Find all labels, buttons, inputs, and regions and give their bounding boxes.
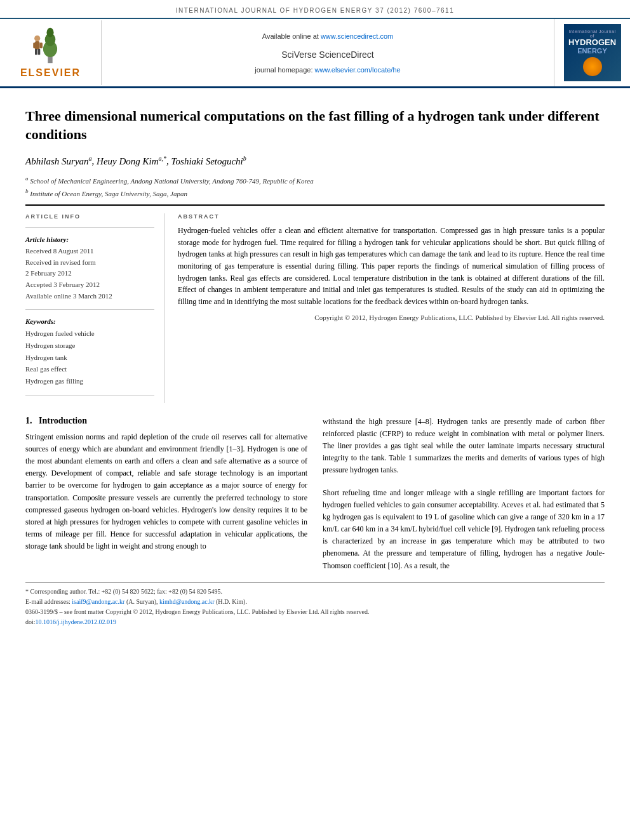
journal-header: INTERNATIONAL JOURNAL OF HYDROGEN ENERGY…	[0, 0, 630, 88]
available-online: Available online 3 March 2012	[25, 291, 154, 302]
title-divider	[25, 204, 605, 206]
accepted: Accepted 3 February 2012	[25, 279, 154, 291]
keyword3: Hydrogen tank	[25, 352, 154, 364]
badge-hydrogen-text: HYDROGEN	[568, 38, 616, 47]
svg-rect-7	[40, 43, 43, 48]
badge-energy-text: ENERGY	[577, 47, 607, 55]
keyword5: Hydrogen gas filling	[25, 375, 154, 387]
elsevier-logo-area: ELSEVIER	[0, 20, 102, 85]
author1: Abhilash Suryan	[25, 156, 89, 166]
journal-title: INTERNATIONAL JOURNAL OF HYDROGEN ENERGY…	[176, 7, 454, 14]
article-title: Three dimensional numerical computations…	[25, 107, 605, 143]
left-column: 1. Introduction Stringent emission norms…	[25, 416, 307, 572]
journal-homepage-link[interactable]: www.elsevier.com/locate/he	[315, 66, 401, 74]
abstract-panel: ABSTRACT Hydrogen-fueled vehicles offer …	[178, 213, 605, 403]
section-title: Introduction	[39, 416, 87, 425]
author3: Toshiaki Setoguchi	[171, 156, 243, 166]
journal-badge: International Journal of HYDROGEN ENERGY	[564, 24, 621, 81]
badge-intl-text: International Journal of	[568, 29, 617, 38]
keyword2: Hydrogen storage	[25, 340, 154, 352]
right-column: withstand the high pressure [4–8]. Hydro…	[323, 416, 605, 572]
info-divider1	[25, 227, 154, 228]
affiliation-b: b Institute of Ocean Energy, Saga Univer…	[25, 187, 605, 199]
received2b: 2 February 2012	[25, 268, 154, 279]
abstract-label: ABSTRACT	[178, 213, 605, 220]
email-link1[interactable]: isaif9@andong.ac.kr	[72, 598, 124, 605]
journal-badge-area: International Journal of HYDROGEN ENERGY	[554, 19, 630, 86]
intro-left-text: Stringent emission norms and rapid deple…	[25, 431, 307, 553]
svg-rect-6	[34, 43, 37, 48]
footnotes-section: * Corresponding author. Tel.: +82 (0) 54…	[25, 582, 605, 627]
authors-line: Abhilash Suryana, Heuy Dong Kima,*, Tosh…	[25, 154, 605, 169]
badge-circle-icon	[583, 57, 602, 76]
keywords-label: Keywords:	[25, 317, 154, 325]
info-divider2	[25, 309, 154, 310]
history-label: Article history:	[25, 236, 154, 243]
sciverse-logo: SciVerse ScienceDirect	[281, 43, 374, 62]
corresponding-author-note: * Corresponding author. Tel.: +82 (0) 54…	[25, 587, 605, 597]
received2: Received in revised form	[25, 257, 154, 269]
author2: Heuy Dong Kim	[97, 156, 159, 166]
intro-right-text2: Short refueling time and longer mileage …	[323, 487, 605, 572]
publisher-banner: ELSEVIER Available online at www.science…	[0, 19, 630, 88]
intro-right-text1: withstand the high pressure [4–8]. Hydro…	[323, 416, 605, 477]
copyright-text: Copyright © 2012, Hydrogen Energy Public…	[178, 312, 605, 323]
doi-link[interactable]: 10.1016/j.ijhydene.2012.02.019	[36, 618, 117, 625]
sciencedirect-link[interactable]: www.sciencedirect.com	[321, 32, 393, 40]
email-note: E-mail addresses: isaif9@andong.ac.kr (A…	[25, 597, 605, 607]
journal-homepage-text: journal homepage: www.elsevier.com/locat…	[255, 66, 400, 74]
article-info-label: ARTICLE INFO	[25, 213, 154, 220]
svg-point-3	[47, 28, 54, 37]
elsevier-logo: ELSEVIER	[20, 27, 81, 79]
svg-rect-8	[35, 49, 37, 55]
keyword4: Real gas effect	[25, 363, 154, 375]
affiliations: a School of Mechanical Engineering, Ando…	[25, 174, 605, 200]
issn-note: 0360-3199/$ – see front matter Copyright…	[25, 607, 605, 617]
intro-heading: 1. Introduction	[25, 416, 307, 426]
body-columns: 1. Introduction Stringent emission norms…	[25, 416, 605, 572]
author1-sup: a	[89, 155, 92, 162]
section-number: 1.	[25, 416, 32, 425]
available-online-text: Available online at www.sciencedirect.co…	[262, 32, 393, 40]
abstract-text: Hydrogen-fueled vehicles offer a clean a…	[178, 225, 605, 307]
sciverse-text: SciVerse ScienceDirect	[281, 50, 374, 60]
affiliation-a: a School of Mechanical Engineering, Ando…	[25, 174, 605, 187]
info-divider3	[25, 395, 154, 396]
main-content: Three dimensional numerical computations…	[0, 88, 630, 640]
doi-note: doi:10.1016/j.ijhydene.2012.02.019	[25, 617, 605, 627]
received1: Received 8 August 2011	[25, 246, 154, 257]
elsevier-wordmark: ELSEVIER	[20, 67, 81, 79]
svg-point-4	[35, 36, 41, 41]
svg-rect-9	[38, 49, 41, 55]
article-info-panel: ARTICLE INFO Article history: Received 8…	[25, 213, 165, 403]
email-link2[interactable]: kimhd@andong.ac.kr	[159, 598, 214, 605]
article-info-abstract-row: ARTICLE INFO Article history: Received 8…	[25, 213, 605, 403]
author2-sup: a,*	[159, 155, 167, 162]
sciencedirect-center: Available online at www.sciencedirect.co…	[102, 25, 554, 81]
elsevier-tree-icon	[25, 27, 76, 65]
keyword1: Hydrogen fueled vehicle	[25, 328, 154, 340]
author3-sup: b	[243, 155, 246, 162]
